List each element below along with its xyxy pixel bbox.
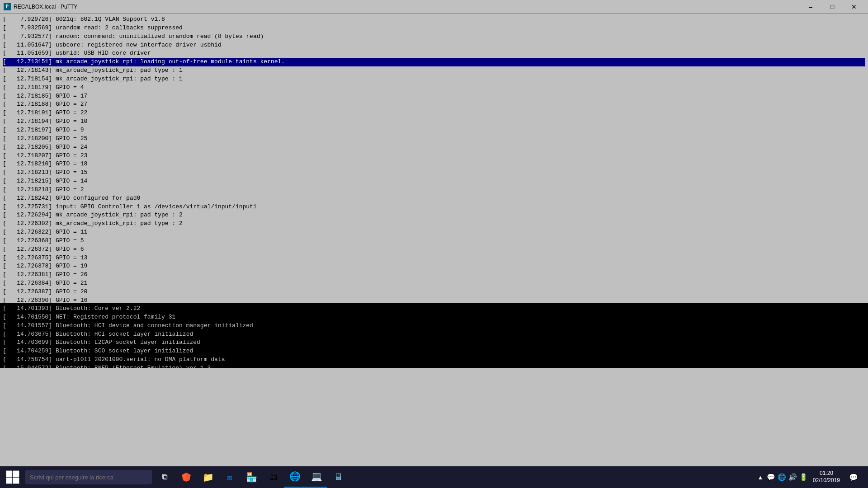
terminal-line-black: [ 14.701393] Bluetooth: Core ver 2.22 xyxy=(3,305,865,313)
tray-volume[interactable]: 🔊 xyxy=(788,473,797,482)
file-explorer-button[interactable]: 📁 xyxy=(197,466,219,488)
start-button[interactable] xyxy=(2,466,24,488)
svg-rect-3 xyxy=(13,478,19,484)
terminal-line: [ 12.718154] mk_arcade_joystick_rpi: pad… xyxy=(3,75,865,84)
terminal-line: [ 7.932577] random: connmand: uninitiali… xyxy=(3,33,865,41)
mail-icon: ✉ xyxy=(227,472,232,483)
terminal-line: [ 12.726302] mk_arcade_joystick_rpi: pad… xyxy=(3,220,865,228)
app-button-1[interactable]: 🗂 xyxy=(262,466,284,488)
terminal-line: [ 12.718188] GPIO = 27 xyxy=(3,100,865,109)
terminal-line: [ 12.718194] GPIO = 10 xyxy=(3,117,865,126)
app1-icon: 🗂 xyxy=(269,472,278,483)
monitor-icon: 🖥 xyxy=(334,472,343,483)
svg-rect-2 xyxy=(6,478,13,484)
terminal-line: [ 12.718191] GPIO = 22 xyxy=(3,109,865,117)
terminal-line: [ 12.726322] GPIO = 11 xyxy=(3,228,865,237)
maximize-button[interactable]: □ xyxy=(822,0,843,13)
terminal-line: [ 12.726390] GPIO = 16 xyxy=(3,296,865,303)
terminal-line: [ 12.718207] GPIO = 23 xyxy=(3,152,865,160)
terminal-line: [ 12.718179] GPIO = 4 xyxy=(3,84,865,92)
terminal-line: [ 12.718200] GPIO = 25 xyxy=(3,135,865,143)
window-title: RECALBOX.local - PuTTY xyxy=(14,4,800,10)
terminal-line: [ 12.718215] GPIO = 14 xyxy=(3,177,865,186)
windows-icon xyxy=(5,470,20,484)
terminal-line-black: [ 14.703699] Bluetooth: L2CAP socket lay… xyxy=(3,338,865,347)
system-tray: ▲ 💬 🌐 🔊 🔋 01:20 02/10/2019 💬 xyxy=(752,466,866,488)
globe-icon: 🌐 xyxy=(289,471,301,482)
app-icon: P xyxy=(4,3,11,10)
terminal-line-black: [ 14.701550] NET: Registered protocol fa… xyxy=(3,313,865,322)
tray-battery[interactable]: 🔋 xyxy=(799,473,808,482)
terminal-line: [ 12.718143] mk_arcade_joystick_rpi: pad… xyxy=(3,66,865,75)
terminal-line: [ 12.718205] GPIO = 24 xyxy=(3,143,865,152)
terminal-black: [ 14.701393] Bluetooth: Core ver 2.22[ 1… xyxy=(0,303,868,368)
clock-area[interactable]: 01:20 02/10/2019 xyxy=(810,469,843,485)
terminal-line: [ 12.726372] GPIO = 6 xyxy=(3,245,865,254)
taskbar: ⧉ 📁 ✉ 🏪 🗂 🌐 💻 🖥 ▲ 💬 🌐 🔊 � xyxy=(0,466,868,488)
svg-rect-0 xyxy=(6,471,13,477)
app-button-3[interactable]: 🖥 xyxy=(327,466,349,488)
terminal-line: [ 12.713151] mk_arcade_joystick_rpi: loa… xyxy=(3,58,865,66)
terminal-line: [ 12.718218] GPIO = 2 xyxy=(3,186,865,194)
terminal-line-black: [ 15.044572] Bluetooth: BNEP (Ethernet E… xyxy=(3,364,865,368)
terminal-line: [ 12.718210] GPIO = 18 xyxy=(3,160,865,169)
terminal-line: [ 12.718213] GPIO = 15 xyxy=(3,169,865,177)
terminal-line: [ 12.726384] GPIO = 21 xyxy=(3,279,865,288)
terminal-line: [ 12.725731] input: GPIO Controller 1 as… xyxy=(3,203,865,211)
terminal-line: [ 12.718185] GPIO = 17 xyxy=(3,92,865,101)
terminal-line: [ 12.726381] GPIO = 26 xyxy=(3,271,865,279)
terminal-line: [ 11.051647] usbcore: registered new int… xyxy=(3,41,865,50)
terminal-line: [ 12.726294] mk_arcade_joystick_rpi: pad… xyxy=(3,211,865,220)
taskbar-search[interactable] xyxy=(25,470,152,484)
folder-icon: 📁 xyxy=(203,472,214,483)
brave-button[interactable] xyxy=(175,466,197,488)
app-button-2[interactable]: 🌐 xyxy=(284,466,306,488)
terminal-line: [ 7.932569] urandom_read: 2 callbacks su… xyxy=(3,24,865,33)
close-button[interactable]: ✕ xyxy=(844,0,864,13)
putty-button[interactable]: 💻 xyxy=(306,466,327,488)
terminal-line: [ 12.726368] GPIO = 5 xyxy=(3,237,865,245)
title-bar: P RECALBOX.local - PuTTY – □ ✕ xyxy=(0,0,868,14)
terminal-line-black: [ 14.704259] Bluetooth: SCO socket layer… xyxy=(3,347,865,356)
task-view-button[interactable]: ⧉ xyxy=(154,466,175,488)
svg-rect-1 xyxy=(13,471,19,477)
terminal-line: [ 12.726375] GPIO = 13 xyxy=(3,254,865,263)
terminal-line-black: [ 14.703675] Bluetooth: HCI socket layer… xyxy=(3,330,865,339)
terminal-line: [ 12.726387] GPIO = 20 xyxy=(3,288,865,296)
brave-icon xyxy=(181,472,192,483)
minimize-button[interactable]: – xyxy=(800,0,821,13)
notification-icon: 💬 xyxy=(849,473,858,482)
terminal-line: [ 12.726378] GPIO = 19 xyxy=(3,262,865,271)
terminal-line: [ 12.718242] GPIO configured for pad0 xyxy=(3,194,865,203)
terminal-line: [ 12.718197] GPIO = 9 xyxy=(3,126,865,135)
window-controls: – □ ✕ xyxy=(800,0,864,13)
terminal-line-black: [ 14.701557] Bluetooth: HCI device and c… xyxy=(3,322,865,330)
clock-date: 02/10/2019 xyxy=(813,477,840,484)
outlook-button[interactable]: ✉ xyxy=(219,466,241,488)
tray-network[interactable]: 🌐 xyxy=(778,473,787,482)
notification-button[interactable]: 💬 xyxy=(844,466,863,488)
terminal-line-black: [ 14.758754] uart-pl011 20201000.serial:… xyxy=(3,356,865,364)
store-icon: 🏪 xyxy=(246,472,257,483)
clock-time: 01:20 xyxy=(813,470,840,477)
terminal-line: [ 11.051659] usbhid: USB HID core driver xyxy=(3,49,865,58)
tray-chat[interactable]: 💬 xyxy=(767,473,776,482)
tray-arrow[interactable]: ▲ xyxy=(756,473,765,482)
putty-icon: 💻 xyxy=(311,471,322,482)
store-button[interactable]: 🏪 xyxy=(241,466,262,488)
terminal-line: [ 7.929726] 8021q: 802.1Q VLAN Support v… xyxy=(3,15,865,24)
terminal-gray: [ 7.929726] 8021q: 802.1Q VLAN Support v… xyxy=(0,14,868,303)
